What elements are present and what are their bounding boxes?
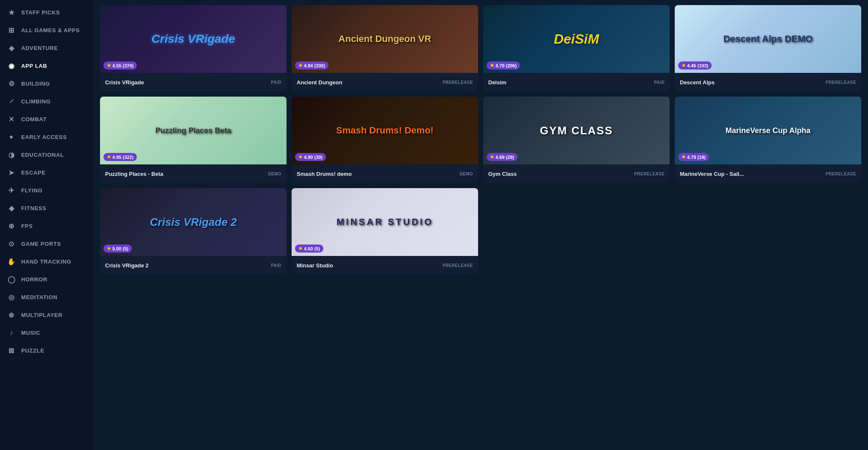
card-title-descent-alps: Descent Alps	[680, 79, 822, 86]
rating-badge-ancient-dungeon: ★4.94 (330)	[295, 61, 328, 69]
card-tag-marineverse-cup: PRERELEASE	[826, 172, 856, 176]
early-access-icon: ●	[7, 132, 16, 142]
card-minsar-studio[interactable]: MINSAR STUDIO★4.60 (5)Minsar StudioPRERE…	[292, 188, 478, 275]
card-info-puzzling-places: Puzzling Places - BetaDEMO	[100, 164, 287, 183]
educational-icon: ◑	[7, 150, 16, 159]
card-thumb-descent-alps: Descent Alps DEMO★4.45 (103)	[675, 5, 861, 73]
game-ports-icon: ⊙	[7, 239, 16, 248]
card-descent-alps[interactable]: Descent Alps DEMO★4.45 (103)Descent Alps…	[675, 5, 861, 92]
card-ancient-dungeon[interactable]: Ancient Dungeon VR★4.94 (330)Ancient Dun…	[292, 5, 478, 92]
sidebar-label-app-lab: APP LAB	[21, 63, 47, 69]
card-info-deisim: DeisimPAID	[483, 73, 670, 92]
card-title-puzzling-places: Puzzling Places - Beta	[105, 171, 264, 177]
card-thumb-crisis-vrigade: Crisis VRigade★4.55 (374)	[100, 5, 287, 73]
card-tag-smash-drums: DEMO	[459, 172, 473, 176]
card-title-smash-drums: Smash Drums! demo	[297, 171, 456, 177]
sidebar-item-educational[interactable]: ◑EDUCATIONAL	[0, 146, 93, 164]
card-thumb-puzzling-places: Puzzling Places Beta★4.95 (322)	[100, 97, 287, 164]
sidebar-item-combat[interactable]: ✕COMBAT	[0, 110, 93, 128]
card-tag-crisis-vrigade-2: PAID	[271, 263, 281, 268]
star-icon-ancient-dungeon: ★	[298, 63, 303, 68]
card-info-gym-class: Gym ClassPRERELEASE	[483, 164, 670, 183]
card-thumb-deisim: DeiSiM★4.70 (206)	[483, 5, 670, 73]
sidebar-item-climbing[interactable]: ⟋CLIMBING	[0, 92, 93, 110]
sidebar-item-multiplayer[interactable]: ⊛MULTIPLAYER	[0, 306, 93, 324]
card-info-ancient-dungeon: Ancient DungeonPRERELEASE	[292, 73, 478, 92]
hand-tracking-icon: ✋	[7, 257, 16, 266]
card-info-minsar-studio: Minsar StudioPRERELEASE	[292, 256, 478, 275]
meditation-icon: ◎	[7, 292, 16, 302]
sidebar-label-all-games: ALL GAMES & APPS	[21, 27, 80, 33]
star-icon-gym-class: ★	[490, 154, 494, 160]
card-thumb-minsar-studio: MINSAR STUDIO★4.60 (5)	[292, 188, 478, 256]
card-crisis-vrigade-2[interactable]: Crisis VRigade 2★5.00 (5)Crisis VRigade …	[100, 188, 287, 275]
card-tag-minsar-studio: PRERELEASE	[442, 263, 473, 268]
sidebar-item-fitness[interactable]: ◆FITNESS	[0, 199, 93, 217]
all-games-icon: ⊞	[7, 25, 16, 35]
sidebar-item-game-ports[interactable]: ⊙GAME PORTS	[0, 235, 93, 253]
star-icon-minsar-studio: ★	[298, 246, 303, 251]
rating-text-marineverse-cup: 4.79 (19)	[687, 155, 706, 160]
sidebar-item-music[interactable]: ♪MUSIC	[0, 324, 93, 342]
card-thumb-marineverse-cup: MarineVerse Cup Alpha★4.79 (19)	[675, 97, 861, 164]
sidebar-label-fitness: FITNESS	[21, 205, 46, 211]
app-grid: Crisis VRigade★4.55 (374)Crisis VRigadeP…	[100, 5, 861, 275]
card-thumb-smash-drums: Smash Drums! Demo!★4.90 (30)	[292, 97, 478, 164]
card-tag-ancient-dungeon: PRERELEASE	[442, 80, 473, 85]
card-smash-drums[interactable]: Smash Drums! Demo!★4.90 (30)Smash Drums!…	[292, 97, 478, 183]
card-deisim[interactable]: DeiSiM★4.70 (206)DeisimPAID	[483, 5, 670, 92]
card-title-minsar-studio: Minsar Studio	[297, 262, 439, 269]
sidebar-label-fps: FPS	[21, 223, 33, 229]
card-gym-class[interactable]: GYM CLASS★4.69 (29)Gym ClassPRERELEASE	[483, 97, 670, 183]
card-thumb-crisis-vrigade-2: Crisis VRigade 2★5.00 (5)	[100, 188, 287, 256]
rating-text-crisis-vrigade: 4.55 (374)	[112, 63, 134, 68]
card-crisis-vrigade[interactable]: Crisis VRigade★4.55 (374)Crisis VRigadeP…	[100, 5, 287, 92]
sidebar-item-staff-picks[interactable]: ★STAFF PICKS	[0, 3, 93, 21]
card-puzzling-places[interactable]: Puzzling Places Beta★4.95 (322)Puzzling …	[100, 97, 287, 183]
sidebar-item-building[interactable]: ⚙BUILDING	[0, 75, 93, 92]
sidebar-label-staff-picks: STAFF PICKS	[21, 9, 60, 16]
fitness-icon: ◆	[7, 203, 16, 213]
card-info-descent-alps: Descent AlpsPRERELEASE	[675, 73, 861, 92]
card-info-crisis-vrigade: Crisis VRigadePAID	[100, 73, 287, 92]
multiplayer-icon: ⊛	[7, 310, 16, 319]
sidebar-label-climbing: CLIMBING	[21, 98, 50, 105]
sidebar-item-hand-tracking[interactable]: ✋HAND TRACKING	[0, 253, 93, 270]
star-icon-smash-drums: ★	[298, 154, 303, 160]
sidebar-label-multiplayer: MULTIPLAYER	[21, 312, 62, 318]
sidebar-item-escape[interactable]: ➤ESCAPE	[0, 164, 93, 181]
rating-text-gym-class: 4.69 (29)	[495, 155, 514, 160]
star-icon-descent-alps: ★	[682, 63, 686, 68]
sidebar-label-adventure: ADVENTURE	[21, 45, 58, 51]
card-info-crisis-vrigade-2: Crisis VRigade 2PAID	[100, 256, 287, 275]
card-tag-descent-alps: PRERELEASE	[826, 80, 856, 85]
rating-text-descent-alps: 4.45 (103)	[687, 63, 708, 68]
rating-badge-gym-class: ★4.69 (29)	[487, 153, 517, 161]
sidebar-item-flying[interactable]: ✈FLYING	[0, 181, 93, 199]
escape-icon: ➤	[7, 168, 16, 177]
rating-text-deisim: 4.70 (206)	[495, 63, 517, 68]
card-marineverse-cup[interactable]: MarineVerse Cup Alpha★4.79 (19)MarineVer…	[675, 97, 861, 183]
rating-badge-smash-drums: ★4.90 (30)	[295, 153, 326, 161]
sidebar-item-app-lab[interactable]: ◉APP LAB	[0, 57, 93, 75]
rating-badge-crisis-vrigade-2: ★5.00 (5)	[103, 244, 132, 253]
card-tag-crisis-vrigade: PAID	[271, 80, 281, 85]
card-info-marineverse-cup: MarineVerse Cup - Sail...PRERELEASE	[675, 164, 861, 183]
card-title-ancient-dungeon: Ancient Dungeon	[297, 79, 439, 86]
sidebar-item-meditation[interactable]: ◎MEDITATION	[0, 288, 93, 306]
card-title-gym-class: Gym Class	[488, 171, 631, 177]
sidebar-item-adventure[interactable]: ◈ADVENTURE	[0, 39, 93, 57]
sidebar-item-horror[interactable]: ◯HORROR	[0, 270, 93, 288]
rating-text-crisis-vrigade-2: 5.00 (5)	[112, 246, 128, 251]
sidebar-item-puzzle[interactable]: ⊠PUZZLE	[0, 342, 93, 359]
puzzle-icon: ⊠	[7, 346, 16, 355]
rating-text-puzzling-places: 4.95 (322)	[112, 155, 134, 160]
music-icon: ♪	[7, 328, 16, 337]
sidebar-item-all-games[interactable]: ⊞ALL GAMES & APPS	[0, 21, 93, 39]
rating-badge-descent-alps: ★4.45 (103)	[678, 61, 712, 69]
sidebar-label-hand-tracking: HAND TRACKING	[21, 258, 71, 265]
combat-icon: ✕	[7, 114, 16, 124]
sidebar-item-early-access[interactable]: ●EARLY ACCESS	[0, 128, 93, 146]
sidebar-item-fps[interactable]: ⊕FPS	[0, 217, 93, 235]
sidebar-label-puzzle: PUZZLE	[21, 347, 44, 354]
